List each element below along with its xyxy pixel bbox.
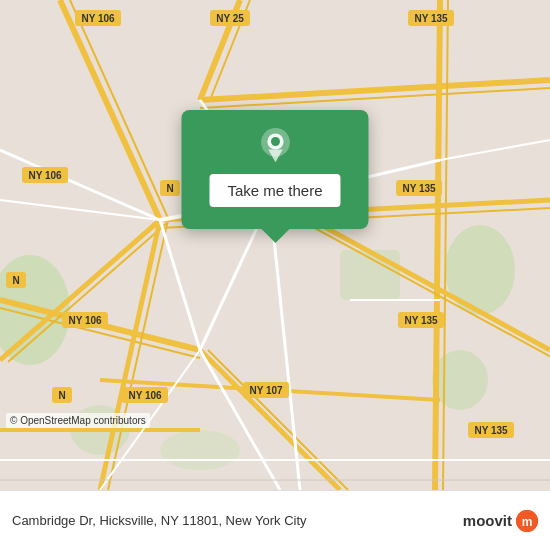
- svg-point-6: [160, 430, 240, 470]
- svg-text:NY 106: NY 106: [28, 170, 62, 181]
- svg-text:N: N: [166, 183, 173, 194]
- svg-text:NY 106: NY 106: [128, 390, 162, 401]
- svg-text:NY 106: NY 106: [68, 315, 102, 326]
- location-pin-icon: [257, 128, 293, 164]
- svg-point-3: [432, 350, 488, 410]
- moovit-icon: m: [516, 510, 538, 532]
- svg-text:NY 135: NY 135: [402, 183, 436, 194]
- svg-text:NY 135: NY 135: [474, 425, 508, 436]
- moovit-label: moovit: [463, 512, 512, 529]
- take-me-there-button[interactable]: Take me there: [209, 174, 340, 207]
- svg-text:N: N: [58, 390, 65, 401]
- popup-card: Take me there: [181, 110, 368, 229]
- map-container[interactable]: NY 106 NY 25 NY 135 NY 106 N NY 135 N NY…: [0, 0, 550, 490]
- svg-text:N: N: [12, 275, 19, 286]
- svg-text:NY 107: NY 107: [249, 385, 283, 396]
- svg-text:m: m: [522, 515, 533, 529]
- address-text: Cambridge Dr, Hicksville, NY 11801, New …: [12, 513, 463, 528]
- info-bar: Cambridge Dr, Hicksville, NY 11801, New …: [0, 490, 550, 550]
- svg-point-2: [445, 225, 515, 315]
- svg-text:NY 135: NY 135: [404, 315, 438, 326]
- moovit-logo: moovit m: [463, 510, 538, 532]
- svg-point-71: [270, 137, 279, 146]
- svg-text:NY 106: NY 106: [81, 13, 115, 24]
- osm-attribution: © OpenStreetMap contributors: [6, 413, 150, 428]
- svg-text:NY 25: NY 25: [216, 13, 244, 24]
- svg-text:NY 135: NY 135: [414, 13, 448, 24]
- svg-marker-72: [268, 150, 282, 163]
